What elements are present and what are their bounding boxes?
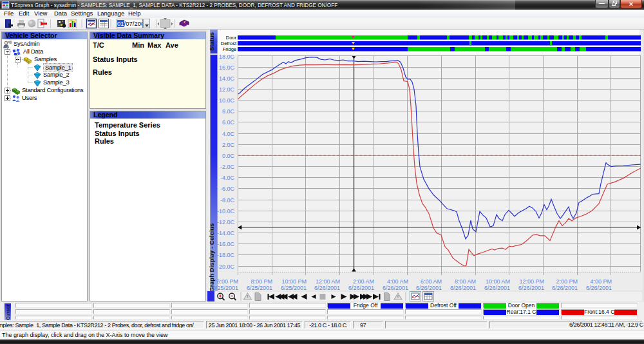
- svg-text:10:00 PM: 10:00 PM: [281, 278, 307, 285]
- svg-text:10:00 AM: 10:00 AM: [486, 278, 510, 285]
- svg-text:6/26/2001: 6/26/2001: [518, 285, 544, 291]
- svg-text:6:00 AM: 6:00 AM: [421, 278, 442, 285]
- svg-text:16.0C: 16.0C: [219, 64, 235, 71]
- svg-text:4.0C: 4.0C: [222, 131, 235, 137]
- svg-text:-2.0C: -2.0C: [220, 164, 235, 170]
- svg-text:-4.0C: -4.0C: [220, 175, 235, 181]
- svg-text:6/25/2001: 6/25/2001: [213, 285, 238, 291]
- svg-text:-20.0C: -20.0C: [217, 263, 235, 270]
- svg-text:-8.0C: -8.0C: [220, 197, 235, 204]
- svg-text:-16.0C: -16.0C: [217, 241, 235, 247]
- svg-text:6/26/2001: 6/26/2001: [484, 285, 510, 291]
- svg-text:8:00 AM: 8:00 AM: [455, 278, 476, 285]
- svg-text:6/26/2001: 6/26/2001: [314, 285, 340, 291]
- svg-text:6/26/2001: 6/26/2001: [552, 285, 578, 291]
- svg-text:2.0C: 2.0C: [222, 142, 235, 148]
- svg-text:6/26/2001: 6/26/2001: [586, 285, 612, 291]
- svg-text:6/25/2001: 6/25/2001: [281, 285, 307, 291]
- svg-text:Graph Display - Celcius: Graph Display - Celcius: [208, 223, 215, 292]
- svg-text:6:00 PM: 6:00 PM: [216, 278, 238, 285]
- svg-text:0.0C: 0.0C: [222, 153, 235, 159]
- svg-text:-14.0C: -14.0C: [217, 230, 235, 236]
- svg-text:6/26/2001: 6/26/2001: [348, 285, 374, 291]
- svg-text:8.0C: 8.0C: [222, 108, 235, 115]
- svg-text:8:00 PM: 8:00 PM: [251, 278, 272, 285]
- svg-text:18.0C: 18.0C: [219, 53, 235, 60]
- svg-text:10.0C: 10.0C: [219, 97, 235, 104]
- svg-text:2:00 PM: 2:00 PM: [556, 278, 578, 285]
- svg-text:Fridge: Fridge: [223, 46, 236, 52]
- svg-text:6/26/2001: 6/26/2001: [416, 285, 442, 291]
- svg-text:Door: Door: [226, 35, 237, 41]
- svg-text:14.0C: 14.0C: [219, 75, 235, 82]
- svg-text:12:00 PM: 12:00 PM: [519, 278, 544, 285]
- svg-text:4:00 AM: 4:00 AM: [387, 278, 408, 285]
- svg-text:Status: Status: [208, 32, 215, 51]
- svg-text:-18.0C: -18.0C: [217, 252, 235, 258]
- svg-text:6/25/2001: 6/25/2001: [247, 285, 272, 291]
- svg-text:-10.0C: -10.0C: [217, 208, 235, 215]
- svg-text:2:00 AM: 2:00 AM: [353, 278, 374, 285]
- svg-text:6/26/2001: 6/26/2001: [383, 285, 408, 291]
- svg-text:12:00 AM: 12:00 AM: [316, 278, 340, 285]
- svg-text:-12.0C: -12.0C: [217, 219, 235, 225]
- svg-text:12.0C: 12.0C: [219, 86, 235, 93]
- svg-text:6/26/2001: 6/26/2001: [450, 285, 476, 291]
- svg-text:-6.0C: -6.0C: [220, 186, 235, 192]
- svg-text:4:00 PM: 4:00 PM: [590, 278, 612, 285]
- svg-text:Defrost: Defrost: [221, 41, 237, 46]
- svg-text:6.0C: 6.0C: [222, 119, 235, 126]
